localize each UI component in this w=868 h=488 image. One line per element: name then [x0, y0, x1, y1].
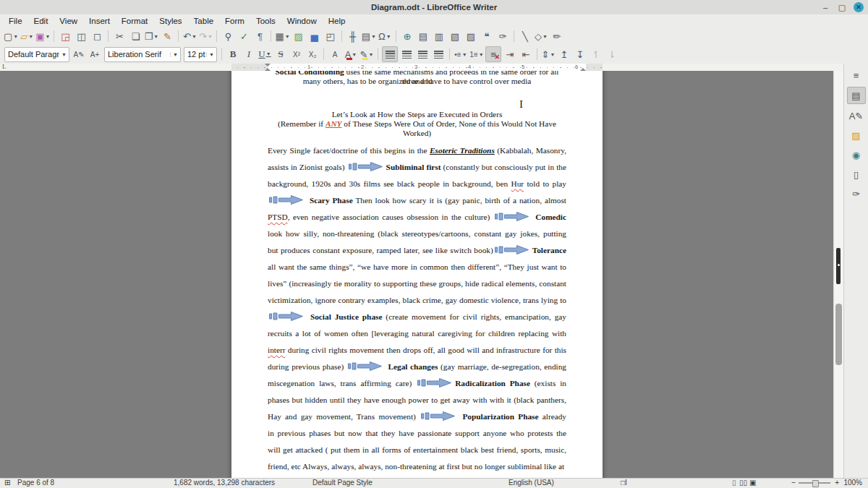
sidebar-toggle-icon[interactable]: ⊞: [4, 479, 10, 487]
zoom-level[interactable]: 100%: [843, 479, 862, 487]
styles-icon[interactable]: A✎: [848, 108, 865, 124]
paragraph-space-decrease-button[interactable]: ↧: [573, 47, 587, 61]
align-right-button[interactable]: [415, 47, 430, 61]
insert-image-icon[interactable]: ▨: [292, 29, 306, 43]
menu-view[interactable]: View: [54, 16, 83, 26]
fast-forward-arrow-icon[interactable]: [348, 361, 384, 372]
insert-footnote-icon[interactable]: ▤: [416, 29, 430, 43]
clear-formatting-button[interactable]: A: [328, 47, 342, 61]
page-deck-icon[interactable]: ▯: [848, 166, 865, 182]
chevron-down-icon[interactable]: ▼: [462, 52, 467, 57]
insert-chart-icon[interactable]: ▅: [307, 29, 322, 43]
tab-stop-selector[interactable]: L: [2, 63, 7, 70]
multi-page-view-icon[interactable]: ▯▯: [739, 479, 747, 487]
menu-form[interactable]: Form: [219, 16, 250, 26]
chevron-down-icon[interactable]: ▼: [266, 51, 271, 57]
open-icon[interactable]: ▱▼: [20, 29, 34, 43]
first-line-indent-marker[interactable]: [265, 64, 271, 67]
menu-edit[interactable]: Edit: [28, 16, 54, 26]
chevron-down-icon[interactable]: ▼: [208, 34, 213, 39]
insert-endnote-icon[interactable]: ▥: [432, 29, 446, 43]
menu-tools[interactable]: Tools: [250, 16, 281, 26]
insert-field-icon[interactable]: ▤▼: [362, 29, 376, 43]
horizontal-ruler[interactable]: 123456: [231, 64, 603, 71]
chevron-down-icon[interactable]: ▼: [542, 34, 548, 39]
cut-icon[interactable]: ✂: [112, 29, 127, 43]
formatting-marks-icon[interactable]: ¶: [252, 29, 267, 43]
paragraph-style-select[interactable]: Default Paragraph▼: [4, 47, 69, 62]
highlight-color-button[interactable]: ✎▼: [359, 47, 374, 61]
chevron-down-icon[interactable]: ▼: [46, 34, 51, 39]
minimize-button[interactable]: –: [820, 2, 830, 12]
scrollbar-thumb[interactable]: [835, 304, 842, 365]
chevron-down-icon[interactable]: ▼: [479, 52, 484, 57]
strikethrough-button[interactable]: S: [273, 47, 288, 61]
chevron-down-icon[interactable]: ▼: [285, 34, 290, 39]
menu-insert[interactable]: Insert: [83, 16, 116, 26]
chevron-down-icon[interactable]: ▼: [368, 52, 373, 57]
special-character-icon[interactable]: Ω▼: [378, 29, 392, 43]
insert-line-icon[interactable]: ╲: [518, 29, 532, 43]
hyperlink-icon[interactable]: ⊕: [400, 29, 414, 43]
clone-formatting-icon[interactable]: ✎: [160, 29, 174, 43]
undo-icon[interactable]: ↶▼: [182, 29, 197, 43]
increase-indent-button[interactable]: ⇥: [503, 47, 517, 61]
insert-textbox-icon[interactable]: ◰: [323, 29, 338, 43]
spelling-icon[interactable]: ✓: [237, 29, 251, 43]
navigator-icon[interactable]: ◉: [848, 147, 865, 163]
style-inspector-icon[interactable]: ✑: [848, 186, 865, 202]
draw-functions-icon[interactable]: ✏: [550, 29, 564, 43]
chevron-down-icon[interactable]: ▼: [371, 34, 376, 39]
zoom-in-icon[interactable]: +: [835, 479, 839, 487]
chevron-down-icon[interactable]: ▼: [13, 34, 18, 39]
basic-shapes-icon[interactable]: ◇▼: [534, 29, 548, 43]
page-style-status[interactable]: Default Page Style: [312, 479, 373, 487]
chevron-down-icon[interactable]: ▼: [550, 52, 555, 57]
chevron-down-icon[interactable]: ▼: [170, 52, 180, 57]
zoom-slider[interactable]: [799, 482, 830, 484]
vertical-scrollbar[interactable]: [833, 71, 844, 479]
document-area[interactable]: Social Conditioning uses the same mechan…: [0, 71, 844, 479]
chevron-down-icon[interactable]: ▼: [192, 34, 197, 39]
cross-reference-icon[interactable]: ▨: [464, 29, 478, 43]
zoom-slider-thumb[interactable]: [812, 480, 819, 487]
align-left-button[interactable]: [382, 46, 398, 62]
chevron-down-icon[interactable]: ▼: [206, 52, 216, 57]
single-page-view-icon[interactable]: ▯: [732, 479, 736, 487]
new-document-icon[interactable]: ▢▼: [4, 29, 18, 43]
word-count-status[interactable]: 1,682 words, 13,298 characters: [174, 479, 275, 487]
font-color-button[interactable]: A▼: [344, 47, 358, 61]
print-preview-icon[interactable]: ◻: [90, 29, 104, 43]
menu-file[interactable]: File: [3, 16, 28, 26]
font-name-select[interactable]: Liberation Serif▼: [104, 47, 181, 62]
overwrite-mode-icon[interactable]: □I: [621, 479, 627, 487]
page-break-icon[interactable]: ╫: [346, 29, 360, 43]
save-icon[interactable]: ▣▼: [35, 29, 50, 43]
align-center-button[interactable]: [399, 47, 414, 61]
fast-forward-arrow-icon[interactable]: [421, 411, 457, 421]
numbered-list-button[interactable]: 1≡▼: [469, 47, 484, 61]
menu-help[interactable]: Help: [323, 16, 352, 26]
insert-bookmark-icon[interactable]: ▧: [448, 29, 462, 43]
no-list-button[interactable]: ≡: [485, 46, 501, 62]
font-size-select[interactable]: 12 pt▼: [184, 47, 217, 62]
book-view-icon[interactable]: ▣: [749, 479, 756, 487]
chevron-down-icon[interactable]: ▼: [386, 34, 391, 39]
track-changes-icon[interactable]: ✑: [495, 29, 510, 43]
menu-table[interactable]: Table: [188, 16, 220, 26]
superscript-button[interactable]: X²: [289, 47, 304, 61]
fast-forward-arrow-icon[interactable]: [495, 211, 531, 222]
fast-forward-arrow-icon[interactable]: [269, 194, 305, 205]
properties-icon[interactable]: ▤: [847, 87, 866, 104]
chevron-down-icon[interactable]: ▼: [28, 34, 33, 39]
bullet-list-button[interactable]: •≡▼: [454, 47, 468, 61]
new-style-icon[interactable]: A+: [88, 47, 102, 61]
paste-icon[interactable]: ❐▼: [144, 29, 158, 43]
decrease-indent-button[interactable]: ⇤: [519, 47, 533, 61]
chevron-down-icon[interactable]: ▼: [59, 52, 69, 57]
export-pdf-icon[interactable]: ◲: [58, 29, 72, 43]
menu-window[interactable]: Window: [281, 16, 323, 26]
italic-button[interactable]: I: [242, 47, 256, 61]
menu-styles[interactable]: Styles: [153, 16, 187, 26]
sidebar-menu-icon[interactable]: ≡: [848, 67, 865, 83]
